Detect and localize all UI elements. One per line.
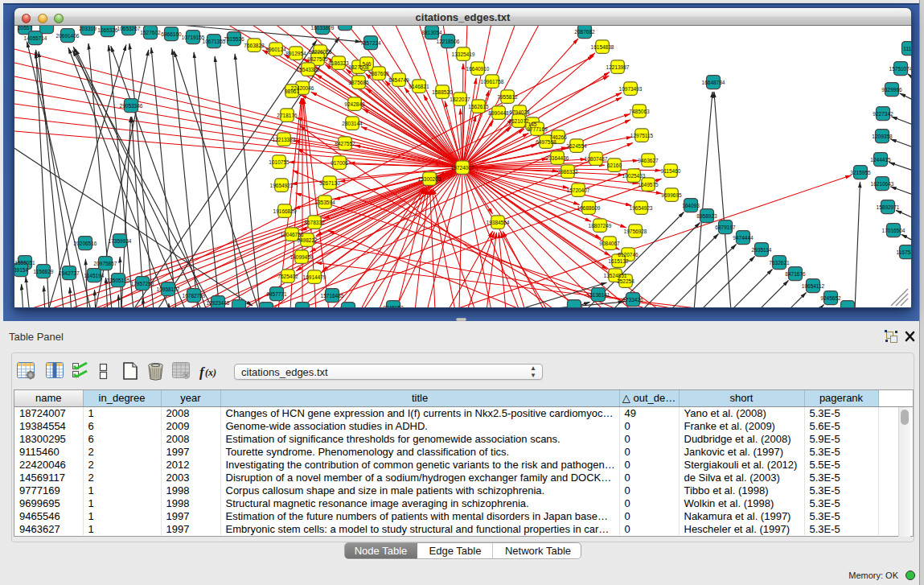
svg-text:1733426: 1733426 xyxy=(622,297,643,303)
svg-text:20206516: 20206516 xyxy=(74,241,97,246)
svg-text:9827505: 9827505 xyxy=(307,56,328,62)
svg-text:2942737: 2942737 xyxy=(59,270,80,276)
svg-text:16210643: 16210643 xyxy=(871,181,894,187)
svg-text:1112: 1112 xyxy=(903,46,911,51)
svg-text:9463627: 9463627 xyxy=(638,158,659,163)
svg-text:19654923: 19654923 xyxy=(630,205,653,211)
svg-text:9457771: 9457771 xyxy=(266,291,287,297)
svg-text:1167534: 1167534 xyxy=(897,249,911,255)
svg-text:1145194: 1145194 xyxy=(84,273,105,278)
svg-text:1244415: 1244415 xyxy=(870,157,891,163)
svg-text:8960124: 8960124 xyxy=(265,47,286,52)
svg-text:1621072: 1621072 xyxy=(508,118,529,124)
svg-text:10958137: 10958137 xyxy=(157,286,180,292)
svg-text:3624554: 3624554 xyxy=(566,143,587,149)
svg-text:9498222: 9498222 xyxy=(297,237,318,243)
svg-text:3267130: 3267130 xyxy=(319,180,340,186)
svg-text:1649575: 1649575 xyxy=(638,182,659,187)
svg-text:12923448: 12923448 xyxy=(207,300,230,306)
svg-text:20557: 20557 xyxy=(18,26,32,31)
svg-text:39154: 39154 xyxy=(14,267,28,273)
svg-text:746266: 746266 xyxy=(549,134,567,140)
svg-text:10046756: 10046756 xyxy=(281,232,304,237)
svg-text:15751074: 15751074 xyxy=(889,66,911,72)
svg-text:8471676: 8471676 xyxy=(785,271,806,277)
svg-text:8990448: 8990448 xyxy=(488,110,509,116)
svg-text:917006: 917006 xyxy=(331,160,348,166)
svg-text:1588520: 1588520 xyxy=(432,89,453,95)
svg-text:2718176: 2718176 xyxy=(277,113,298,118)
svg-text:8186323: 8186323 xyxy=(328,60,349,66)
svg-text:7857224: 7857224 xyxy=(360,40,381,46)
svg-text:8454749: 8454749 xyxy=(388,77,409,83)
svg-text:8958923: 8958923 xyxy=(696,213,717,219)
svg-text:12218506: 12218506 xyxy=(437,39,460,44)
svg-text:17359934: 17359934 xyxy=(109,238,132,244)
svg-text:6794028: 6794028 xyxy=(509,109,530,115)
svg-text:1527602: 1527602 xyxy=(140,30,161,35)
svg-text:16648784: 16648784 xyxy=(702,80,725,85)
svg-text:15300203: 15300203 xyxy=(418,176,441,182)
svg-text:10025433: 10025433 xyxy=(622,173,646,179)
svg-text:9227342: 9227342 xyxy=(873,111,893,117)
svg-text:1615132: 1615132 xyxy=(608,258,629,264)
svg-text:1156829: 1156829 xyxy=(34,269,54,274)
svg-text:9084067: 9084067 xyxy=(599,241,620,246)
svg-text:10961758: 10961758 xyxy=(481,79,504,84)
svg-text:203319: 203319 xyxy=(79,26,97,31)
svg-text:9699695: 9699695 xyxy=(661,192,682,198)
svg-text:9474444: 9474444 xyxy=(733,235,754,241)
svg-text:252254: 252254 xyxy=(617,278,634,284)
svg-text:2087682: 2087682 xyxy=(574,29,595,35)
svg-text:8427552: 8427552 xyxy=(335,141,355,146)
svg-text:6879197: 6879197 xyxy=(715,225,736,230)
svg-text:16640910: 16640910 xyxy=(466,66,490,72)
svg-text:15716485: 15716485 xyxy=(321,293,344,299)
svg-text:7632621: 7632621 xyxy=(769,260,790,266)
svg-text:7955812: 7955812 xyxy=(497,94,518,100)
svg-text:19384554: 19384554 xyxy=(487,220,510,225)
svg-text:12213987: 12213987 xyxy=(606,64,630,70)
svg-text:9245652: 9245652 xyxy=(820,295,841,301)
svg-text:8813054: 8813054 xyxy=(421,30,442,35)
svg-text:18807249: 18807249 xyxy=(589,223,612,229)
svg-text:7515526: 7515526 xyxy=(224,36,244,42)
svg-text:2867608: 2867608 xyxy=(368,71,389,76)
svg-text:16154838: 16154838 xyxy=(591,44,614,50)
svg-text:9245052: 9245052 xyxy=(383,305,404,309)
svg-text:2803144: 2803144 xyxy=(342,121,363,126)
svg-text:9777169: 9777169 xyxy=(527,126,548,132)
svg-text:14099459: 14099459 xyxy=(290,254,314,260)
svg-text:29053346: 29053346 xyxy=(120,103,143,109)
svg-text:9242848: 9242848 xyxy=(344,101,365,107)
svg-text:98961: 98961 xyxy=(285,89,299,94)
svg-text:16782759: 16782759 xyxy=(183,293,206,299)
svg-text:16033809: 16033809 xyxy=(311,26,335,31)
svg-text:13505135: 13505135 xyxy=(107,278,130,283)
svg-text:10973493: 10973493 xyxy=(619,86,643,92)
svg-text:10688609: 10688609 xyxy=(577,205,601,211)
svg-text:9329966: 9329966 xyxy=(881,87,902,93)
svg-text:1822037: 1822037 xyxy=(450,97,470,102)
svg-text:9115460: 9115460 xyxy=(661,168,681,174)
svg-text:16543382: 16543382 xyxy=(297,67,320,72)
svg-text:19166829: 19166829 xyxy=(273,208,297,214)
svg-text:13524851: 13524851 xyxy=(604,273,627,278)
svg-text:2935114: 2935114 xyxy=(752,247,772,253)
svg-text:13325419: 13325419 xyxy=(452,51,475,57)
svg-text:17016504: 17016504 xyxy=(882,228,906,233)
svg-text:15892971: 15892971 xyxy=(877,204,900,210)
svg-text:10654112: 10654112 xyxy=(802,283,825,289)
svg-text:1209358: 1209358 xyxy=(872,134,893,139)
svg-text:3215955: 3215955 xyxy=(850,170,871,175)
svg-text:7485063: 7485063 xyxy=(629,109,650,114)
svg-text:1562615: 1562615 xyxy=(468,104,489,109)
svg-text:19756928: 19756928 xyxy=(624,229,647,234)
svg-text:17957253: 17957253 xyxy=(131,281,154,286)
svg-text:7625402: 7625402 xyxy=(277,274,298,279)
svg-text:20975857: 20975857 xyxy=(94,261,117,266)
svg-text:19654923: 19654923 xyxy=(270,183,294,188)
svg-text:6120746: 6120746 xyxy=(618,252,639,257)
svg-text:14055714: 14055714 xyxy=(24,35,47,41)
svg-text:8912954: 8912954 xyxy=(285,51,306,56)
